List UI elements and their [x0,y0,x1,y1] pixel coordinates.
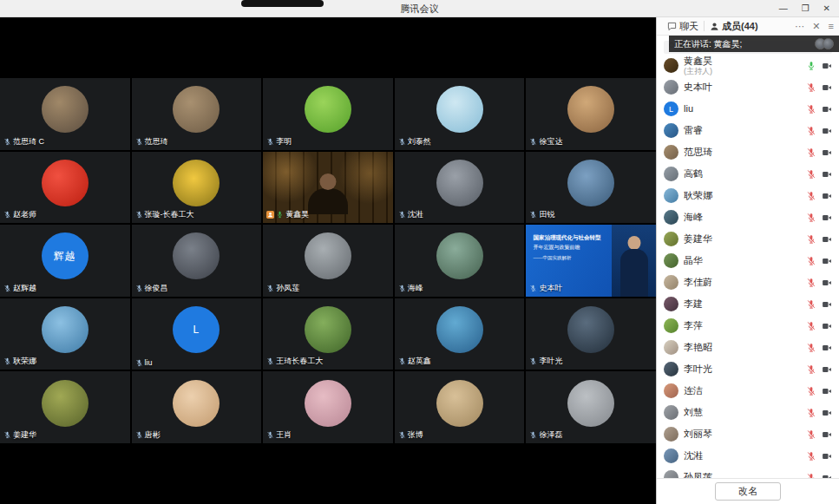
member-row[interactable]: 黄鑫昊 (主持人) [657,55,839,76]
video-tile[interactable]: 辉越 [0,225,130,297]
camera-status-icon[interactable] [822,82,832,93]
rename-button[interactable]: 改名 [715,482,781,501]
camera-status-icon[interactable] [822,61,832,71]
video-tile[interactable]: 海峰 [395,225,525,297]
video-tile[interactable]: 王肖 [263,371,393,443]
video-tile[interactable]: 张博 [395,371,525,443]
video-tile[interactable]: 李明 [263,78,393,150]
participant-label: 刘泰然 [398,136,431,147]
camera-status-icon[interactable] [822,169,832,180]
mic-status-icon[interactable] [806,256,816,266]
video-tile[interactable]: 孙凤莲 [263,225,393,297]
camera-status-icon[interactable] [822,299,832,310]
member-row[interactable]: 李萍 [657,315,839,337]
mic-status-icon[interactable] [806,234,816,245]
video-tile[interactable]: 李叶光 [526,298,656,370]
camera-status-icon[interactable] [822,104,832,115]
video-tile[interactable]: 黄鑫昊 [263,152,393,224]
mic-status-icon[interactable] [806,299,816,310]
member-row[interactable]: 李叶光 [657,358,839,380]
mic-status-icon[interactable] [806,278,816,288]
video-tile[interactable]: 范思琦 C [0,78,130,150]
member-row[interactable]: 刘丽琴 [657,423,839,445]
camera-status-icon[interactable] [822,126,832,136]
tab-chat[interactable]: 聊天 [662,17,704,35]
video-tile[interactable]: 国家治理现代化与社会转型 开年宏观与政策前瞻 ——中国实践解析 [526,225,656,297]
participant-avatar [436,232,483,279]
member-row[interactable]: 孙凤莲 [657,467,839,478]
panel-actions: ⋯ ✕ ≡ [795,21,834,32]
camera-status-icon[interactable] [822,364,832,375]
mic-status-icon[interactable] [806,364,816,375]
camera-status-icon[interactable] [822,451,832,461]
video-tile[interactable]: 赵英鑫 [395,298,525,370]
video-tile[interactable]: 耿荣娜 [0,298,130,370]
member-row[interactable]: 李建 [657,293,839,315]
panel-close-icon[interactable]: ✕ [812,21,820,32]
mic-status-icon [398,431,406,439]
member-row[interactable]: 范思琦 [657,141,839,163]
camera-status-icon[interactable] [822,386,832,396]
maximize-button[interactable]: ❐ [802,3,810,13]
video-tile[interactable]: 张璇-长春工大 [132,152,262,224]
mic-status-icon[interactable] [806,213,816,223]
mic-status-icon[interactable] [806,147,816,158]
video-tile[interactable]: 范思琦 [132,78,262,150]
video-tile[interactable]: 姜建华 [0,371,130,443]
member-row[interactable]: 连洁 [657,380,839,402]
tab-members[interactable]: 成员(44) [705,17,764,35]
panel-menu-icon[interactable]: ≡ [829,21,834,32]
mic-status-icon [398,285,406,292]
mic-status-icon[interactable] [806,104,816,115]
video-tile[interactable]: 唐彬 [132,371,262,443]
mic-status-icon[interactable] [806,343,816,353]
video-tile[interactable]: 王琦长春工大 [263,298,393,370]
video-tile[interactable]: 徐泽磊 [526,371,656,443]
close-button[interactable]: ✕ [823,3,830,13]
mic-status-icon[interactable] [806,386,816,396]
camera-status-icon[interactable] [822,213,832,223]
mic-status-icon[interactable] [806,408,816,418]
camera-status-icon[interactable] [822,278,832,288]
video-tile[interactable]: 田锐 [526,152,656,224]
member-name: 刘丽琴 [684,429,801,440]
camera-status-icon[interactable] [822,408,832,418]
member-row[interactable]: 史本叶 [657,76,839,98]
member-row[interactable]: 海峰 [657,206,839,228]
mic-status-icon[interactable] [806,169,816,180]
mic-status-icon [3,211,11,219]
camera-status-icon[interactable] [822,256,832,266]
more-menu-icon[interactable]: ⋯ [795,21,804,32]
camera-status-icon[interactable] [822,147,832,158]
member-row[interactable]: L liu [657,98,839,120]
video-tile[interactable]: 徐宝达 [526,78,656,150]
mic-status-icon[interactable] [806,82,816,93]
mic-status-icon[interactable] [806,191,816,201]
member-row[interactable]: 耿荣娜 [657,185,839,206]
camera-status-icon[interactable] [822,429,832,440]
member-row[interactable]: 高鹤 [657,163,839,185]
minimize-button[interactable]: — [779,3,788,13]
member-row[interactable]: 刘慧 [657,402,839,423]
member-row[interactable]: 沈溎 [657,445,839,467]
member-row[interactable]: 李艳昭 [657,337,839,358]
member-row[interactable]: 晶华 [657,250,839,272]
mic-status-icon[interactable] [806,429,816,440]
mic-status-icon[interactable] [806,126,816,136]
member-row[interactable]: 雷睿 [657,120,839,141]
video-tile[interactable]: 刘泰然 [395,78,525,150]
camera-status-icon[interactable] [822,321,832,331]
member-row[interactable]: 李佳蔚 [657,272,839,293]
participant-label: 赵辉越 [3,283,36,294]
camera-status-icon[interactable] [822,234,832,245]
member-row[interactable]: 姜建华 [657,228,839,250]
camera-status-icon[interactable] [822,343,832,353]
video-tile[interactable]: 徐俊昌 [132,225,262,297]
video-tile[interactable]: 沈溎 [395,152,525,224]
video-tile[interactable]: 赵老师 [0,152,130,224]
video-tile[interactable]: L [132,298,262,370]
camera-status-icon[interactable] [822,191,832,201]
mic-status-icon[interactable] [806,61,816,71]
mic-status-icon[interactable] [806,321,816,331]
mic-status-icon[interactable] [806,451,816,461]
